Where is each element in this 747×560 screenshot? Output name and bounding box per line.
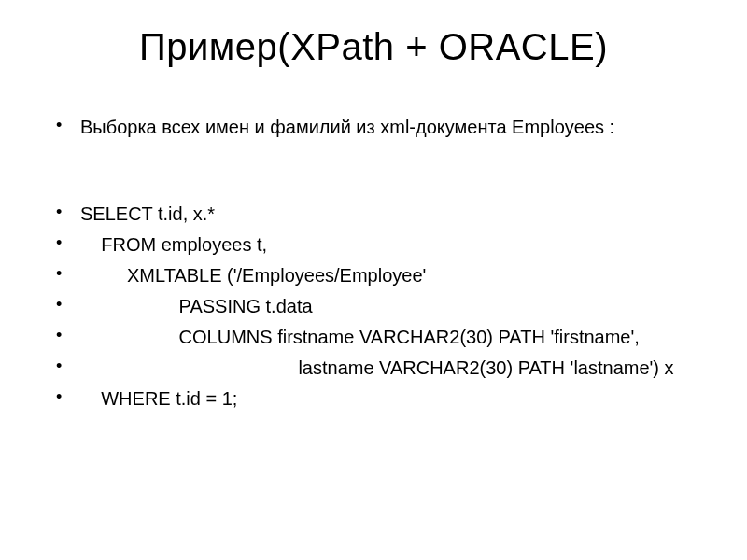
bullet-text: COLUMNS firstname VARCHAR2(30) PATH 'fir… — [80, 323, 695, 352]
bullet-text: SELECT t.id, x.* — [80, 200, 695, 229]
slide: Пример(XPath + ORACLE) • Выборка всех им… — [0, 0, 747, 560]
slide-content: • Выборка всех имен и фамилий из xml-док… — [52, 113, 695, 413]
slide-title: Пример(XPath + ORACLE) — [52, 26, 695, 68]
bullet-text: FROM employees t, — [80, 231, 695, 259]
bullet-text: WHERE t.id = 1; — [80, 385, 695, 413]
bullet-icon: • — [56, 200, 80, 226]
list-item: • WHERE t.id = 1; — [56, 385, 695, 413]
list-item: • lastname VARCHAR2(30) PATH 'lastname')… — [56, 354, 695, 383]
bullet-icon: • — [56, 261, 80, 287]
bullet-icon: • — [56, 231, 80, 257]
bullet-icon: • — [56, 113, 80, 139]
bullet-icon: • — [56, 354, 80, 380]
bullet-icon: • — [56, 385, 80, 411]
list-item: • FROM employees t, — [56, 231, 695, 259]
bullet-text: Выборка всех имен и фамилий из xml-докум… — [80, 113, 695, 142]
bullet-text: XMLTABLE ('/Employees/Employee' — [80, 261, 695, 290]
list-item: • Выборка всех имен и фамилий из xml-док… — [56, 113, 695, 142]
bullet-text: PASSING t.data — [80, 292, 695, 321]
bullet-icon: • — [56, 323, 80, 349]
spacer — [56, 144, 695, 200]
bullet-icon: • — [56, 292, 80, 318]
list-item: • PASSING t.data — [56, 292, 695, 321]
list-item: • SELECT t.id, x.* — [56, 200, 695, 229]
list-item: • XMLTABLE ('/Employees/Employee' — [56, 261, 695, 290]
list-item: • COLUMNS firstname VARCHAR2(30) PATH 'f… — [56, 323, 695, 352]
bullet-text: lastname VARCHAR2(30) PATH 'lastname') x — [80, 354, 695, 383]
